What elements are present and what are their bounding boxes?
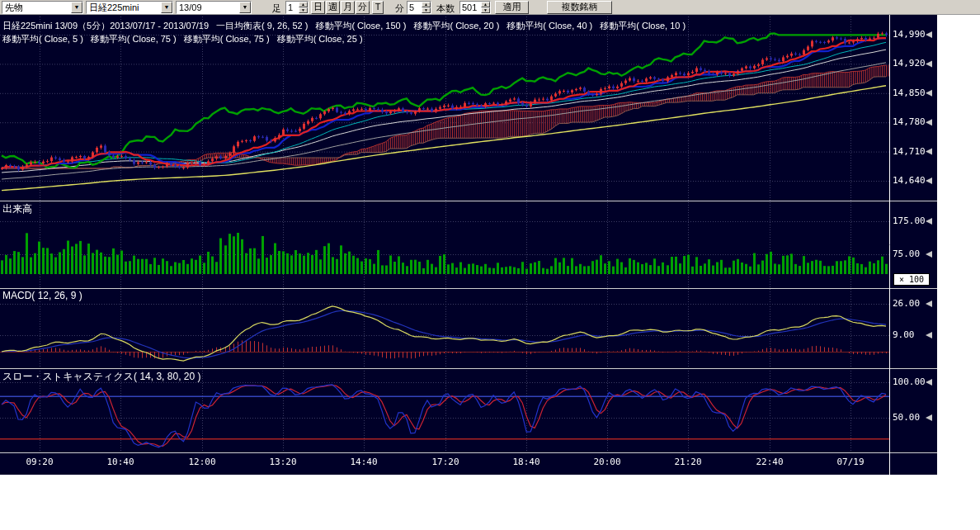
time-axis-label: 21:20 — [668, 457, 708, 467]
indicator-ma40-label: 移動平均( Close, 40 ) — [506, 21, 592, 31]
stoch-axis-label: 50.00 — [893, 412, 920, 423]
time-axis-label: 10:40 — [101, 457, 140, 467]
time-axis-label: 22:40 — [750, 457, 789, 467]
indicator-ma5-label: 移動平均( Close, 5 ) — [2, 34, 83, 44]
time-axis-label: 12:00 — [182, 457, 222, 467]
minute-unit-label: 分 — [395, 2, 404, 15]
bar-count-label: 本数 — [436, 2, 455, 15]
spin-down-icon[interactable]: ▼ — [422, 7, 431, 13]
time-axis-label: 07/19 — [831, 457, 870, 467]
indicator-ma75-label: 移動平均( Close, 75 ) — [91, 34, 177, 44]
stoch-axis-label: 100.00 — [893, 376, 926, 387]
time-axis-label: 18:40 — [506, 457, 546, 467]
indicator-ma20-label: 移動平均( Close, 20 ) — [413, 21, 499, 31]
market-select[interactable]: 先物 ▼ — [2, 1, 83, 14]
tick-button[interactable]: T — [372, 1, 384, 14]
indicator-ichimoku-label: 一目均衡表( 9, 26, 52 ) — [216, 21, 308, 31]
minute-interval-spinner[interactable]: 5 ▲▼ — [407, 1, 431, 14]
monthly-button[interactable]: 月 — [341, 1, 355, 14]
dropdown-arrow-icon[interactable]: ▼ — [239, 2, 251, 13]
spin-up-icon[interactable]: ▲ — [299, 2, 308, 7]
chart-header-line2: 移動平均( Close, 5 )移動平均( Close, 75 )移動平均( C… — [2, 33, 370, 45]
time-axis-label: 20:00 — [587, 457, 627, 467]
timeframe-label: 足 — [272, 2, 281, 15]
symbol-select[interactable]: 日経225mini ▼ — [86, 1, 173, 14]
chart-canvas[interactable] — [0, 0, 980, 530]
macd-axis-label: 9.00 — [893, 329, 915, 340]
macd-panel-title: MACD( 12, 26, 9 ) — [2, 290, 82, 301]
macd-axis-label: 26.00 — [893, 298, 920, 309]
time-axis-label: 09:20 — [20, 457, 59, 467]
volume-axis-label: 175.00 — [893, 215, 926, 226]
toolbar: 先物 ▼ 日経225mini ▼ 13/09 ▼ 足 1 ▲▼ 日 週 月 分 … — [0, 0, 980, 15]
apply-button[interactable]: 適用 — [495, 1, 529, 14]
chart-header-line1: 日経225mini 13/09（5分）2013/07/17 - 2013/07/… — [2, 20, 693, 32]
indicator-ma75b-label: 移動平均( Close, 75 ) — [184, 34, 270, 44]
interval-spinner[interactable]: 1 ▲▼ — [285, 1, 309, 14]
bar-count-value: 501 — [460, 2, 481, 13]
daily-button[interactable]: 日 — [311, 1, 325, 14]
interval-value: 1 — [286, 2, 299, 13]
dropdown-arrow-icon[interactable]: ▼ — [161, 2, 172, 13]
minute-button[interactable]: 分 — [356, 1, 370, 14]
price-axis-label: 14,920 — [893, 58, 926, 69]
time-axis-label: 13:20 — [263, 457, 303, 467]
spin-down-icon[interactable]: ▼ — [299, 7, 308, 13]
chart-application: 先物 ▼ 日経225mini ▼ 13/09 ▼ 足 1 ▲▼ 日 週 月 分 … — [0, 0, 980, 530]
stochastics-panel-title: スロー・ストキャスティクス( 14, 3, 80, 20 ) — [2, 370, 200, 384]
chart-title: 日経225mini 13/09（5分）2013/07/17 - 2013/07/… — [2, 21, 209, 31]
price-axis-label: 14,710 — [893, 146, 926, 157]
price-axis-label: 14,780 — [893, 116, 926, 127]
price-axis-label: 14,640 — [893, 175, 926, 186]
symbol-select-value: 日経225mini — [87, 2, 161, 13]
weekly-button[interactable]: 週 — [326, 1, 340, 14]
indicator-ma150-label: 移動平均( Close, 150 ) — [315, 21, 406, 31]
spin-down-icon[interactable]: ▼ — [481, 7, 490, 13]
volume-multiplier-box: × 100 — [893, 273, 930, 286]
price-axis-label: 14,850 — [893, 88, 926, 98]
volume-axis-label: 75.00 — [893, 248, 920, 259]
time-axis-label: 14:40 — [344, 457, 384, 467]
price-axis-label: 14,990 — [893, 29, 926, 40]
contract-month-value: 13/09 — [177, 2, 239, 13]
multi-symbol-button[interactable]: 複数銘柄 — [547, 1, 612, 14]
spin-up-icon[interactable]: ▲ — [422, 2, 431, 7]
spin-up-icon[interactable]: ▲ — [481, 2, 490, 7]
bar-count-spinner[interactable]: 501 ▲▼ — [459, 1, 491, 14]
indicator-ma10-label: 移動平均( Close, 10 ) — [600, 21, 686, 31]
volume-panel-title: 出来高 — [2, 202, 32, 216]
market-select-value: 先物 — [2, 2, 71, 13]
indicator-ma25-label: 移動平均( Close, 25 ) — [277, 34, 363, 44]
dropdown-arrow-icon[interactable]: ▼ — [71, 2, 82, 13]
minute-interval-value: 5 — [408, 2, 422, 13]
time-axis-label: 17:20 — [426, 457, 465, 467]
contract-month-select[interactable]: 13/09 ▼ — [176, 1, 252, 14]
